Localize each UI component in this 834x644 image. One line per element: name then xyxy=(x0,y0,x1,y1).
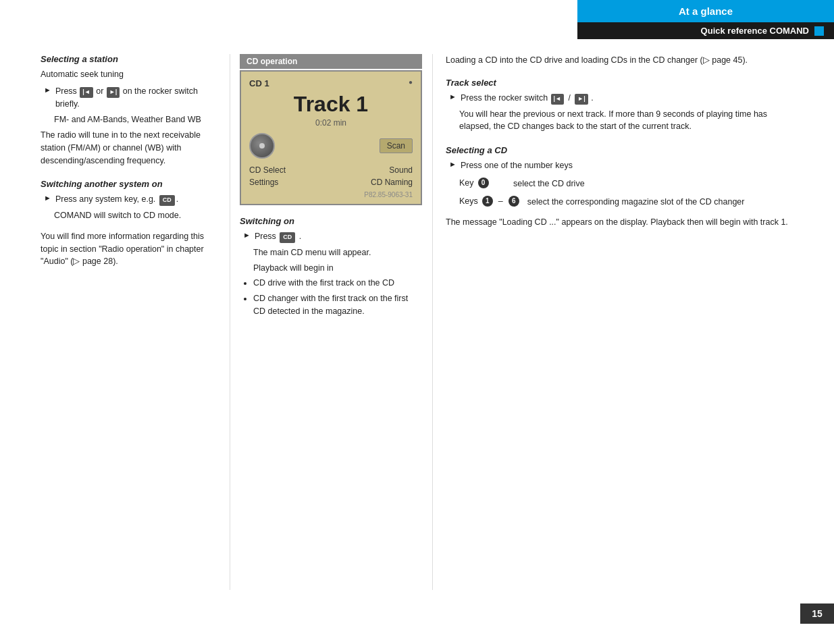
bullet-cd-drive: CD drive with the first track on the CD xyxy=(253,277,422,290)
key-circle-6: 6 xyxy=(509,196,519,207)
settings-item: Settings xyxy=(249,178,278,187)
cd-disc-icon xyxy=(249,133,275,159)
at-a-glance-bar: At a glance xyxy=(577,0,834,22)
automatic-seek-label: Automatic seek tuning xyxy=(41,68,216,81)
press-rocker-content: Press |◄ or ►| on the rocker switch brie… xyxy=(55,85,216,111)
playback-begin-text: Playback will begin in xyxy=(253,262,422,275)
key0-label: Key xyxy=(459,178,474,188)
cd-menu-row-2: Settings CD Naming xyxy=(249,176,413,188)
press-label: Press xyxy=(255,232,276,241)
main-menu-text: The main CD menu will appear. xyxy=(253,246,422,259)
track-select-title: Track select xyxy=(446,78,793,88)
key-dash: – xyxy=(498,196,503,206)
prev-rocker: |◄ xyxy=(551,94,564,105)
quick-ref-text: Quick reference COMAND xyxy=(701,26,809,36)
left-column: Selecting a station Automatic seek tunin… xyxy=(41,54,230,603)
bullet-arrow-4: ► xyxy=(449,92,457,101)
next-btn: ►| xyxy=(107,87,120,98)
key-1-6-desc: select the corresponding magazine slot o… xyxy=(527,196,793,209)
right-column: Loading a CD into the CD drive and loadi… xyxy=(432,54,793,603)
cd-op-header: CD operation xyxy=(240,54,422,69)
fm-am-label: FM- and AM-Bands, Weather Band WB xyxy=(54,113,216,126)
bullet-arrow-1: ► xyxy=(44,86,51,94)
key-1-6-col: Keys 1 – 6 xyxy=(459,196,521,207)
cd-operation-panel: CD operation CD 1 ● Track 1 0:02 min Sca… xyxy=(240,54,422,205)
quick-ref-bar: Quick reference COMAND xyxy=(577,22,834,39)
key-circle-1: 1 xyxy=(482,196,493,207)
key-0-desc: select the CD drive xyxy=(513,178,793,190)
key-0-row: Key 0 select the CD drive xyxy=(459,178,793,190)
cd-screen-top: CD 1 ● xyxy=(249,78,413,88)
page-number: 15 xyxy=(800,603,834,624)
header-section: At a glance Quick reference COMAND xyxy=(577,0,834,39)
sound-item: Sound xyxy=(389,165,413,175)
switching-on-title: Switching on xyxy=(240,216,422,226)
track-select-row: ► Press the rocker switch |◄ / ►| . xyxy=(449,92,793,105)
bullet-arrow-5: ► xyxy=(449,160,457,168)
key-circle-0: 0 xyxy=(478,178,489,188)
selecting-cd-title: Selecting a CD xyxy=(446,145,793,155)
loading-msg: The message "Loading CD ..." appears on … xyxy=(446,216,793,229)
track-select-desc: You will hear the previous or next track… xyxy=(459,108,793,134)
keys-label: Keys xyxy=(459,196,478,206)
track-select-content: Press the rocker switch |◄ / ►| . xyxy=(461,92,594,105)
selecting-station-title: Selecting a station xyxy=(41,54,216,64)
radio-tune-text: The radio will tune in to the next recei… xyxy=(41,129,216,167)
bullet-arrow-3: ► xyxy=(243,231,251,239)
track-name: Track 1 xyxy=(249,92,413,117)
content-area: Selecting a station Automatic seek tunin… xyxy=(41,54,793,603)
press-number-content: Press one of the number keys xyxy=(461,159,573,172)
bullet-arrow-2: ► xyxy=(44,194,51,202)
scan-btn: Scan xyxy=(380,138,413,153)
press-any-key-row: ► Press any system key, e.g. CD. xyxy=(44,193,216,206)
cd-screen: CD 1 ● Track 1 0:02 min Scan CD Select S… xyxy=(240,70,422,205)
prev-btn: |◄ xyxy=(80,87,93,98)
cd-naming-item: CD Naming xyxy=(371,178,413,187)
press-any-key-content: Press any system key, e.g. CD. xyxy=(55,193,178,206)
key-1-6-row: Keys 1 – 6 select the corresponding maga… xyxy=(459,196,793,209)
cd-icon-row: Scan xyxy=(249,133,413,159)
press-cd-content: Press CD . xyxy=(255,230,301,243)
slash-sep: / xyxy=(569,93,571,103)
middle-column: CD operation CD 1 ● Track 1 0:02 min Sca… xyxy=(230,54,432,603)
press-rocker-row: ► Press |◄ or ►| on the rocker switch br… xyxy=(44,85,216,111)
cd-key-btn: CD xyxy=(159,195,175,206)
cd-key-btn-2: CD xyxy=(280,232,295,243)
comand-switch-text: COMAND will switch to CD mode. xyxy=(54,209,216,222)
key-table: Key 0 select the CD drive Keys 1 – 6 sel… xyxy=(459,178,793,209)
press-number-row: ► Press one of the number keys xyxy=(449,159,793,172)
key-0-col: Key 0 xyxy=(459,178,506,188)
switching-another-title: Switching another system on xyxy=(41,179,216,189)
press-cd-row: ► Press CD . xyxy=(243,230,422,243)
cd-menu-row-1: CD Select Sound xyxy=(249,164,413,176)
cd-select-item: CD Select xyxy=(249,165,286,175)
cd-code: P82.85-9063-31 xyxy=(249,191,413,198)
bullet-cd-changer: CD changer with the first track on the f… xyxy=(253,292,422,318)
more-info-text: You will find more information regarding… xyxy=(41,230,216,268)
cd-label: CD 1 xyxy=(249,78,269,88)
track-time: 0:02 min xyxy=(249,118,413,128)
at-a-glance-text: At a glance xyxy=(679,5,733,17)
next-rocker: ►| xyxy=(575,94,588,105)
playback-list: CD drive with the first track on the CD … xyxy=(253,277,422,317)
cd-dots: ● xyxy=(409,78,413,86)
blue-square-icon xyxy=(814,26,824,36)
loading-cd-text: Loading a CD into the CD drive and loadi… xyxy=(446,54,793,67)
